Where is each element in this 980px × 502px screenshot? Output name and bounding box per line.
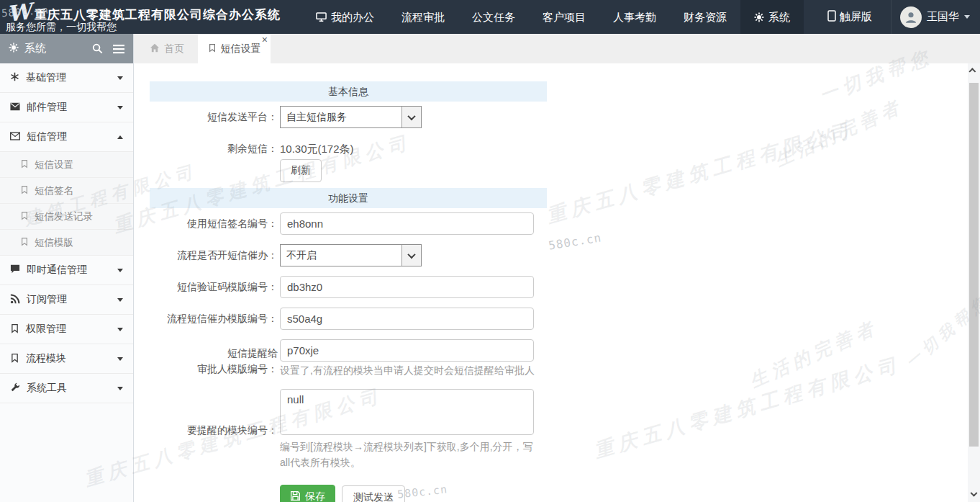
navbar-right: 触屏版 王国华 (809, 0, 980, 34)
scrollbar-thumb[interactable] (969, 83, 979, 447)
bookmark-icon (20, 237, 29, 248)
wrench-icon (10, 382, 20, 395)
captcha-template-input[interactable] (280, 276, 534, 298)
nav-item-my-office[interactable]: 我的办公 (302, 0, 388, 34)
platform-select[interactable]: 自主短信服务 (280, 106, 422, 128)
sidebar-item-subscription-management[interactable]: 订阅管理 (0, 285, 133, 315)
sidebar-item-im-management[interactable]: 即时通信管理 (0, 256, 133, 285)
app-slogan: 服务您所需，一切我帮您 (6, 21, 117, 34)
vertical-scrollbar[interactable] (968, 63, 980, 502)
urge-switch-value: 不开启 (281, 245, 401, 266)
nav-item-document-tasks[interactable]: 公文任务 (458, 0, 529, 34)
scrollbar-up-icon[interactable] (968, 65, 980, 76)
mail-icon (10, 102, 20, 113)
chevron-down-icon (117, 269, 123, 272)
sidebar-subitem-sms-settings[interactable]: 短信设置 (0, 152, 133, 178)
nav-item-system[interactable]: 系统 (740, 0, 804, 34)
chevron-down-icon (401, 245, 421, 266)
gear-icon (754, 12, 764, 22)
test-send-button[interactable]: 测试发送 (342, 485, 405, 502)
chevron-down-icon (117, 106, 123, 109)
main-nav-menu: 我的办公 流程审批 公文任务 客户项目 人事考勤 财务资源 系统 (302, 0, 804, 34)
nav-item-workflow-approval[interactable]: 流程审批 (388, 0, 458, 34)
field-label-signature-no: 使用短信签名编号： (134, 212, 278, 235)
field-label-notify-template-line2: 审批人模版编号： (134, 361, 278, 377)
tab-bar: 首页 短信设置 × (134, 34, 980, 63)
module-codes-hint: 编号到[流程模块→流程模块列表]下获取,多个用,分开，写all代表所有模块。 (280, 439, 540, 470)
chevron-down-icon (117, 387, 123, 390)
urge-template-input[interactable] (280, 308, 534, 330)
nav-label: 公文任务 (472, 0, 515, 34)
field-label-urge-switch: 流程是否开短信催办： (134, 244, 278, 266)
sidebar-item-sms-management[interactable]: 短信管理 (0, 122, 133, 152)
tab-label: 首页 (164, 42, 184, 55)
refresh-button[interactable]: 刷新 (280, 159, 322, 182)
search-icon[interactable] (92, 43, 103, 54)
sidebar-subitem-sms-template[interactable]: 短信模版 (0, 230, 133, 256)
sidebar-item-label: 短信管理 (27, 130, 117, 143)
sidebar-subitem-label: 短信签名 (35, 184, 73, 197)
signature-no-input[interactable] (280, 212, 534, 235)
sidebar-subitem-sms-send-log[interactable]: 短信发送记录 (0, 204, 133, 230)
bookmark-icon (208, 43, 217, 55)
urge-switch-select[interactable]: 不开启 (280, 244, 422, 266)
nav-item-hr-attendance[interactable]: 人事考勤 (599, 0, 670, 34)
nav-label: 财务资源 (684, 0, 727, 34)
nav-item-finance-resources[interactable]: 财务资源 (670, 0, 740, 34)
chevron-down-icon (117, 298, 123, 302)
chat-icon (10, 264, 20, 276)
tab-sms-settings[interactable]: 短信设置 × (198, 34, 271, 63)
user-name: 王国华 (927, 10, 959, 24)
sidebar-item-mail-management[interactable]: 邮件管理 (0, 93, 133, 122)
sidebar-subitem-label: 短信设置 (35, 158, 73, 171)
sidebar-item-label: 邮件管理 (27, 101, 117, 114)
nav-label: 客户项目 (543, 0, 586, 34)
save-button[interactable]: 保存 (280, 485, 335, 502)
chevron-down-icon (964, 15, 970, 19)
sidebar-item-workflow-module[interactable]: 流程模块 (0, 344, 133, 374)
sidebar-item-label: 基础管理 (26, 71, 117, 84)
tab-home[interactable]: 首页 (150, 34, 184, 63)
field-label-urge-template: 流程短信催办模版编号： (134, 308, 278, 330)
chevron-up-icon (117, 135, 123, 139)
close-icon[interactable]: × (262, 35, 268, 45)
sidebar-subitem-label: 短信发送记录 (35, 210, 93, 223)
touch-version-button[interactable]: 触屏版 (809, 0, 891, 34)
chevron-down-icon (401, 107, 421, 127)
sms-settings-panel: 基本信息 短信发送平台： 自主短信服务 剩余短信： 10.30元(172条) 刷… (134, 63, 968, 502)
sidebar-item-permission-management[interactable]: 权限管理 (0, 315, 133, 344)
sidebar-item-system-tools[interactable]: 系统工具 (0, 374, 133, 403)
field-label-module-codes: 要提醒的模块编号： (134, 419, 278, 442)
sidebar-item-label: 系统工具 (27, 382, 117, 395)
nav-item-customer-projects[interactable]: 客户项目 (529, 0, 599, 34)
top-navbar: W 重庆五八零建筑工程有限公司综合办公系统 服务您所需，一切我帮您 我的办公 流… (0, 0, 980, 34)
platform-select-value: 自主短信服务 (281, 107, 401, 127)
sidebar: 系统 基础管理 邮件管理 短信管理 短信设置 短信签名 短信发送记录 短信模版 … (0, 34, 134, 502)
phone-icon (827, 10, 836, 24)
nav-label: 人事考勤 (613, 0, 656, 34)
nav-label: 流程审批 (401, 0, 445, 34)
sidebar-subitem-sms-signature[interactable]: 短信签名 (0, 178, 133, 204)
envelope-icon (10, 131, 20, 143)
save-button-label: 保存 (305, 490, 325, 502)
user-menu[interactable]: 王国华 (891, 0, 980, 34)
field-label-platform: 短信发送平台： (134, 106, 278, 128)
save-icon (290, 490, 301, 502)
home-icon (150, 43, 160, 55)
section-header-function-settings: 功能设置 (150, 188, 547, 208)
chevron-down-icon (117, 76, 123, 80)
sidebar-item-label: 订阅管理 (27, 293, 117, 306)
notify-template-input[interactable] (280, 339, 534, 362)
sidebar-item-label: 权限管理 (26, 323, 117, 336)
bookmark-icon (20, 159, 29, 171)
hamburger-icon[interactable] (113, 44, 124, 54)
module-codes-textarea[interactable]: null (280, 389, 534, 435)
notify-template-hint: 设置了,有流程的模块当申请人提交时会短信提醒给审批人 (280, 362, 683, 378)
chevron-down-icon (117, 328, 123, 331)
nav-label: 我的办公 (331, 0, 374, 34)
remaining-sms-value: 10.30元(172条) (280, 138, 354, 160)
bookmark-icon (10, 353, 19, 365)
field-label-remaining: 剩余短信： (134, 138, 278, 160)
sidebar-item-basic-management[interactable]: 基础管理 (0, 63, 133, 93)
scrollbar-down-icon[interactable] (968, 489, 980, 501)
